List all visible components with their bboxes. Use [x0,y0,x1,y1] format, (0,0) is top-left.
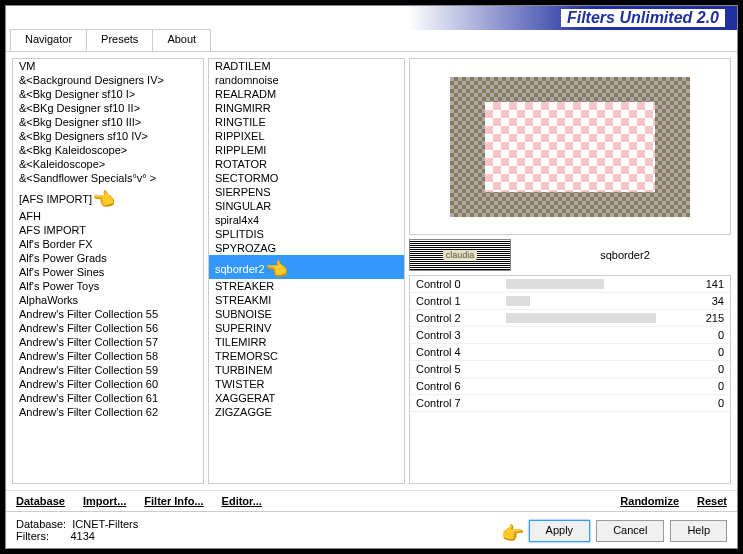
list-item[interactable]: Andrew's Filter Collection 60 [13,377,203,391]
control-row[interactable]: Control 2215 [410,310,730,327]
list-item[interactable]: TWISTER [209,377,404,391]
preview-box [409,58,731,235]
list-item[interactable]: &<Bkg Designer sf10 I> [13,87,203,101]
list-item[interactable]: Andrew's Filter Collection 58 [13,349,203,363]
tab-navigator[interactable]: Navigator [10,29,87,51]
list-item[interactable]: Andrew's Filter Collection 62 [13,405,203,419]
pointer-hand-icon: 👈 [265,258,287,280]
app-title: Filters Unlimited 2.0 [561,9,725,27]
control-name: Control 1 [416,295,506,307]
list-item[interactable]: Andrew's Filter Collection 55 [13,307,203,321]
list-item[interactable]: RINGMIRR [209,101,404,115]
control-name: Control 7 [416,397,506,409]
list-item[interactable]: Alf's Border FX [13,237,203,251]
tab-about[interactable]: About [152,29,211,51]
list-item[interactable]: [AFS IMPORT]👈 [13,185,203,209]
list-item[interactable]: &<Bkg Designer sf10 III> [13,115,203,129]
list-item[interactable]: SECTORMO [209,171,404,185]
help-button[interactable]: Help [670,520,727,542]
list-item[interactable]: Alf's Power Grads [13,251,203,265]
control-row[interactable]: Control 30 [410,327,730,344]
list-item[interactable]: VM [13,59,203,73]
list-item[interactable]: STREAKER [209,279,404,293]
filter-list-panel: RADTILEMrandomnoiseREALRADMRINGMIRRRINGT… [208,58,405,484]
db-label: Database: [16,518,66,530]
link-filterinfo[interactable]: Filter Info... [144,495,203,507]
list-item[interactable]: ROTATOR [209,157,404,171]
list-item[interactable]: &<Bkg Designers sf10 IV> [13,129,203,143]
filters-label: Filters: [16,530,49,542]
apply-button[interactable]: Apply [529,520,591,542]
list-item[interactable]: AFH [13,209,203,223]
control-name: Control 2 [416,312,506,324]
link-reset[interactable]: Reset [697,495,727,507]
list-item[interactable]: Andrew's Filter Collection 61 [13,391,203,405]
control-name: Control 6 [416,380,506,392]
cancel-button[interactable]: Cancel [596,520,664,542]
list-item[interactable]: &<BKg Designer sf10 II> [13,101,203,115]
list-item[interactable]: AlphaWorks [13,293,203,307]
pointer-hand-icon: 👈 [92,188,114,210]
control-value: 141 [684,278,724,290]
list-item[interactable]: sqborder2👈 [209,255,404,279]
list-item[interactable]: Andrew's Filter Collection 57 [13,335,203,349]
list-item[interactable]: Andrew's Filter Collection 56 [13,321,203,335]
list-item[interactable]: Alf's Power Sines [13,265,203,279]
list-item[interactable]: TURBINEM [209,363,404,377]
list-item[interactable]: REALRADM [209,87,404,101]
title-bar: Filters Unlimited 2.0 [6,6,737,30]
list-item[interactable]: XAGGERAT [209,391,404,405]
list-item[interactable]: AFS IMPORT [13,223,203,237]
control-value: 0 [684,363,724,375]
tab-presets[interactable]: Presets [86,29,153,51]
control-value: 215 [684,312,724,324]
list-item[interactable]: SUBNOISE [209,307,404,321]
link-editor[interactable]: Editor... [222,495,262,507]
category-list[interactable]: VM&<Background Designers IV>&<Bkg Design… [13,59,203,483]
list-item[interactable]: TREMORSC [209,349,404,363]
list-item[interactable]: RIPPLEMI [209,143,404,157]
control-name: Control 0 [416,278,506,290]
link-import[interactable]: Import... [83,495,126,507]
controls-panel: Control 0141Control 134Control 2215Contr… [409,275,731,484]
control-value: 0 [684,380,724,392]
control-row[interactable]: Control 134 [410,293,730,310]
main-area: VM&<Background Designers IV>&<Bkg Design… [6,52,737,490]
list-item[interactable]: SUPERINV [209,321,404,335]
list-item[interactable]: SPLITDIS [209,227,404,241]
filter-name-label: sqborder2 [519,249,731,261]
list-item[interactable]: RADTILEM [209,59,404,73]
list-item[interactable]: RINGTILE [209,115,404,129]
button-group: 👉 Apply Cancel Help [501,520,727,542]
list-item[interactable]: SIERPENS [209,185,404,199]
preview-frame [450,77,690,217]
list-item[interactable]: TILEMIRR [209,335,404,349]
list-item[interactable]: ZIGZAGGE [209,405,404,419]
right-panel: sqborder2 Control 0141Control 134Control… [409,58,731,484]
list-item[interactable]: SPYROZAG [209,241,404,255]
list-item[interactable]: Andrew's Filter Collection 59 [13,363,203,377]
link-randomize[interactable]: Randomize [620,495,679,507]
list-item[interactable]: &<Sandflower Specials°v° > [13,171,203,185]
list-item[interactable]: Alf's Power Toys [13,279,203,293]
list-item[interactable]: SINGULAR [209,199,404,213]
control-row[interactable]: Control 60 [410,378,730,395]
list-item[interactable]: RIPPIXEL [209,129,404,143]
control-value: 0 [684,397,724,409]
list-item[interactable]: &<Kaleidoscope> [13,157,203,171]
list-item[interactable]: randomnoise [209,73,404,87]
list-item[interactable]: STREAKMI [209,293,404,307]
list-item[interactable]: spiral4x4 [209,213,404,227]
control-value: 34 [684,295,724,307]
control-row[interactable]: Control 50 [410,361,730,378]
status-info: Database: ICNET-Filters Filters: 4134 [16,518,138,542]
link-database[interactable]: Database [16,495,65,507]
control-row[interactable]: Control 70 [410,395,730,412]
control-row[interactable]: Control 0141 [410,276,730,293]
preview-checker [485,102,655,192]
control-value: 0 [684,329,724,341]
list-item[interactable]: &<Bkg Kaleidoscope> [13,143,203,157]
filter-list[interactable]: RADTILEMrandomnoiseREALRADMRINGMIRRRINGT… [209,59,404,483]
control-row[interactable]: Control 40 [410,344,730,361]
list-item[interactable]: &<Background Designers IV> [13,73,203,87]
